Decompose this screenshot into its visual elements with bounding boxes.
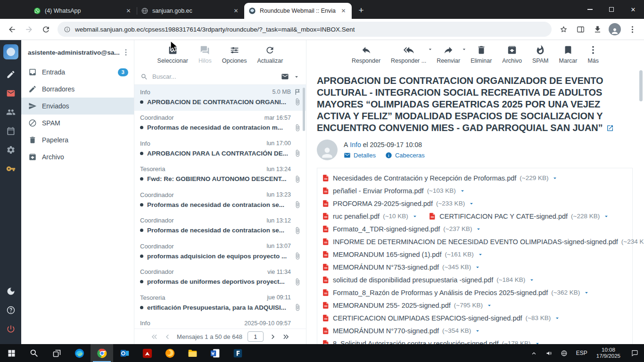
- browser-tab-whatsapp[interactable]: (4) WhatsApp ✕: [29, 3, 137, 19]
- list-toolbar-button-select[interactable]: Seleccionar: [152, 45, 193, 64]
- attachment-name[interactable]: Necesidades de Contratación y Recepción …: [333, 174, 516, 182]
- attachment-item[interactable]: MEMORANDUM 255- 2025-signed.pdf (~795 KB…: [322, 301, 493, 310]
- window-close-button[interactable]: ✕: [622, 0, 644, 19]
- attachment-menu-icon[interactable]: [486, 302, 493, 309]
- message-list-item[interactable]: Coordinador lun 13:07 proformas adquisic…: [134, 239, 306, 265]
- message-list-item[interactable]: Info 5.0 MB APROBACION DE CONTRATACION O…: [134, 85, 306, 111]
- notification-center-icon[interactable]: [625, 344, 644, 362]
- taskmenu-button-calendar[interactable]: [5, 125, 17, 137]
- attachment-item[interactable]: CERTIFICACION OLIMPIADAS ESPACIOS-signed…: [322, 313, 561, 322]
- tab-close-icon[interactable]: ✕: [124, 7, 132, 15]
- message-toolbar-button-junk[interactable]: SPAM: [527, 45, 554, 64]
- attachment-name[interactable]: ruc penafiel.pdf: [333, 213, 380, 220]
- taskmenu-button-pencil[interactable]: [5, 69, 17, 80]
- window-minimize-button[interactable]: [579, 0, 601, 19]
- message-list-item[interactable]: Tesoreria lun 13:24 Fwd: Re: GOBIERNO AU…: [134, 162, 306, 188]
- attachment-menu-icon[interactable]: [459, 188, 466, 194]
- message-list-item[interactable]: Coordinador mar 16:57 Proformas de neces…: [134, 111, 306, 137]
- attachment-name[interactable]: MEMORANDUM 255- 2025-signed.pdf: [333, 302, 451, 309]
- attachment-menu-icon[interactable]: [412, 213, 418, 220]
- attachment-item[interactable]: Formato_8_Razón de Proformas y Análisis …: [322, 288, 590, 297]
- taskbar-app-outlook[interactable]: [113, 344, 136, 362]
- window-maximize-button[interactable]: [601, 0, 622, 19]
- folder-item-inbox[interactable]: Entrada 3: [21, 64, 134, 81]
- attachment-name[interactable]: CERTIFICACION PAC Y CATE-signed.pdf: [439, 213, 568, 220]
- attachment-item[interactable]: INFORME DE DETERMINACION DE NECESIDAD EV…: [322, 237, 644, 246]
- folder-item-trash[interactable]: Papelera: [21, 132, 134, 148]
- network-icon[interactable]: [557, 344, 572, 362]
- message-toolbar-button-reply[interactable]: Responder: [347, 45, 386, 64]
- taskbar-app-word[interactable]: [204, 344, 226, 362]
- open-in-new-window-icon[interactable]: [606, 124, 614, 132]
- headers-link[interactable]: Cabeceras: [385, 152, 425, 159]
- first-page-icon[interactable]: [150, 333, 158, 341]
- forward-button[interactable]: [21, 21, 37, 37]
- new-tab-button[interactable]: +: [355, 4, 368, 17]
- taskmenu-button-power[interactable]: [5, 323, 17, 335]
- details-link[interactable]: Detalles: [344, 152, 376, 159]
- taskbar-app-chrome[interactable]: [91, 344, 113, 362]
- folder-item-archive[interactable]: Archivo: [21, 148, 134, 165]
- site-info-icon[interactable]: [64, 26, 71, 33]
- attachment-name[interactable]: MEMORÁNDUM N°770-signed.pdf: [333, 327, 439, 335]
- account-menu-icon[interactable]: [122, 48, 130, 57]
- side-panel-icon[interactable]: [572, 21, 588, 37]
- attachment-menu-icon[interactable]: [474, 328, 481, 334]
- folder-item-send[interactable]: Enviados: [21, 98, 134, 115]
- message-toolbar-button-trash[interactable]: Eliminar: [465, 45, 497, 64]
- list-scrollbar[interactable]: [303, 88, 305, 131]
- taskbar-app-fapp[interactable]: [226, 344, 249, 362]
- attachment-item[interactable]: PROFORMA 29-2025-signed.pdf (~233 KB): [322, 199, 475, 208]
- attachment-menu-icon[interactable]: [477, 251, 484, 258]
- downloads-icon[interactable]: [589, 21, 605, 37]
- folder-item-pencil[interactable]: Borradores: [21, 81, 134, 98]
- clock[interactable]: 10:08 17/9/2025: [592, 347, 625, 360]
- attachment-item[interactable]: Necesidades de Contratación y Recepción …: [322, 173, 558, 182]
- browser-tab-roundcube[interactable]: Roundcube Webmail :: Enviado ✕: [244, 3, 352, 19]
- sender-link[interactable]: Info: [350, 141, 361, 148]
- address-input[interactable]: webmail.sanjuan.gob.ec/cpsess1988317614/…: [58, 22, 552, 37]
- taskmenu-button-mail[interactable]: [5, 88, 17, 99]
- message-toolbar-button-archive[interactable]: Archivo: [497, 45, 527, 64]
- folder-item-spam[interactable]: SPAM: [21, 115, 134, 132]
- previous-page-icon[interactable]: [164, 333, 172, 341]
- attachment-name[interactable]: 8. Solicitud Autorización contra y resol…: [333, 340, 498, 345]
- message-list-item[interactable]: Info 2025-09-10 09:57: [134, 316, 306, 329]
- attachment-menu-icon[interactable]: [475, 226, 482, 232]
- tab-close-icon[interactable]: ✕: [232, 7, 240, 15]
- attachment-name[interactable]: solicitud de disponibilidad presupuestar…: [333, 276, 493, 284]
- message-toolbar-button-mark[interactable]: Marcar: [554, 45, 583, 64]
- taskbar-app-search[interactable]: [23, 344, 45, 362]
- attachment-name[interactable]: PROFORMA 29-2025-signed.pdf: [333, 200, 433, 207]
- back-button[interactable]: [4, 21, 20, 37]
- message-toolbar-button-reply-all[interactable]: Responder ...: [386, 45, 431, 64]
- message-scrollbar[interactable]: [639, 70, 643, 101]
- tab-close-icon[interactable]: ✕: [339, 7, 347, 15]
- attachment-name[interactable]: Formato_8_Razón de Proformas y Análisis …: [333, 289, 548, 296]
- list-toolbar-button-refresh[interactable]: Actualizar: [252, 45, 289, 64]
- last-page-icon[interactable]: [282, 333, 290, 341]
- browser-tab-globe[interactable]: sanjuan.gob.ec ✕: [137, 3, 244, 19]
- attachment-item[interactable]: ruc penafiel.pdf (~10 KB): [322, 212, 418, 221]
- message-list-item[interactable]: Info lun 17:00 APROBACION PARA LA CONTRA…: [134, 136, 306, 162]
- message-toolbar-button-more[interactable]: Más: [582, 45, 604, 64]
- list-toolbar-button-sliders[interactable]: Opciones: [217, 45, 252, 64]
- hidden-icons-chevron[interactable]: [527, 344, 542, 362]
- attachment-menu-icon[interactable]: [603, 213, 610, 220]
- taskbar-app-edge[interactable]: [68, 344, 91, 362]
- message-toolbar-button-forward[interactable]: Reenviar: [431, 45, 465, 64]
- attachment-name[interactable]: MEMORANDUM 165-signed (1).pdf: [333, 251, 441, 258]
- webmail-logo[interactable]: [3, 44, 18, 59]
- attachment-item[interactable]: MEMORÁNDUM N°770-signed.pdf (~354 KB): [322, 326, 481, 335]
- taskmenu-button-key[interactable]: [5, 163, 17, 174]
- search-options-caret-icon[interactable]: [293, 74, 300, 80]
- attachment-name[interactable]: peñafiel - Enviar Proforma.pdf: [333, 187, 424, 195]
- attachment-menu-icon[interactable]: [468, 200, 475, 207]
- taskbar-app-start[interactable]: [0, 344, 23, 362]
- attachment-item[interactable]: Formato_4_TDR-signed-signed.pdf (~237 KB…: [322, 224, 482, 233]
- browser-menu-icon[interactable]: [624, 21, 640, 37]
- message-list-item[interactable]: Coordinador lun 13:12 Proformas de neces…: [134, 214, 306, 239]
- volume-icon[interactable]: [542, 344, 557, 362]
- attachment-name[interactable]: CERTIFICACION OLIMPIADAS ESPACIOS-signed…: [333, 314, 522, 322]
- taskbar-app-firefox[interactable]: [158, 344, 181, 362]
